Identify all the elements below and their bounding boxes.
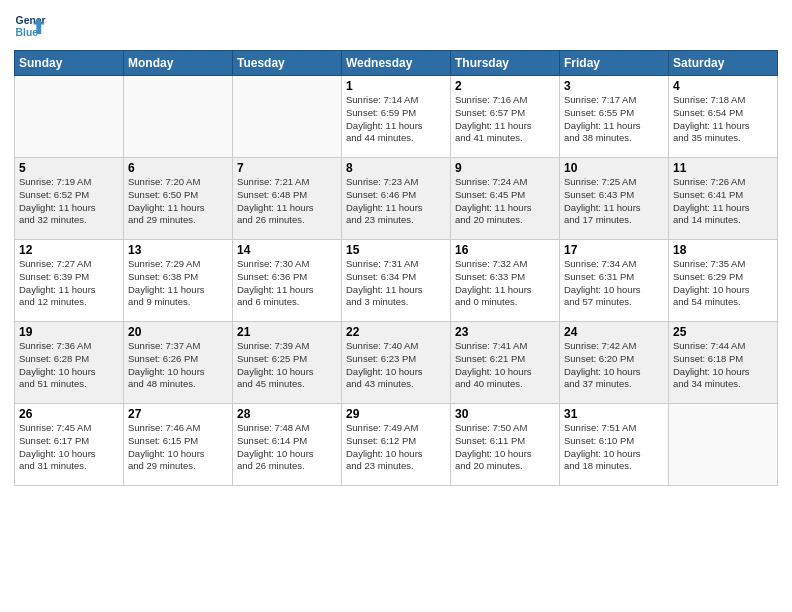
day-number: 27 <box>128 407 228 421</box>
calendar-cell: 10Sunrise: 7:25 AM Sunset: 6:43 PM Dayli… <box>560 158 669 240</box>
day-info: Sunrise: 7:40 AM Sunset: 6:23 PM Dayligh… <box>346 340 446 391</box>
calendar-cell <box>233 76 342 158</box>
logo-icon: General Blue <box>14 10 46 42</box>
day-info: Sunrise: 7:27 AM Sunset: 6:39 PM Dayligh… <box>19 258 119 309</box>
calendar-cell: 24Sunrise: 7:42 AM Sunset: 6:20 PM Dayli… <box>560 322 669 404</box>
day-info: Sunrise: 7:44 AM Sunset: 6:18 PM Dayligh… <box>673 340 773 391</box>
day-info: Sunrise: 7:16 AM Sunset: 6:57 PM Dayligh… <box>455 94 555 145</box>
calendar-cell: 7Sunrise: 7:21 AM Sunset: 6:48 PM Daylig… <box>233 158 342 240</box>
day-info: Sunrise: 7:37 AM Sunset: 6:26 PM Dayligh… <box>128 340 228 391</box>
calendar-cell: 2Sunrise: 7:16 AM Sunset: 6:57 PM Daylig… <box>451 76 560 158</box>
day-number: 17 <box>564 243 664 257</box>
calendar-cell: 6Sunrise: 7:20 AM Sunset: 6:50 PM Daylig… <box>124 158 233 240</box>
day-number: 20 <box>128 325 228 339</box>
day-info: Sunrise: 7:41 AM Sunset: 6:21 PM Dayligh… <box>455 340 555 391</box>
day-number: 25 <box>673 325 773 339</box>
day-number: 12 <box>19 243 119 257</box>
day-info: Sunrise: 7:50 AM Sunset: 6:11 PM Dayligh… <box>455 422 555 473</box>
week-row-3: 12Sunrise: 7:27 AM Sunset: 6:39 PM Dayli… <box>15 240 778 322</box>
weekday-header-monday: Monday <box>124 51 233 76</box>
weekday-header-wednesday: Wednesday <box>342 51 451 76</box>
day-number: 10 <box>564 161 664 175</box>
day-number: 28 <box>237 407 337 421</box>
calendar-cell: 9Sunrise: 7:24 AM Sunset: 6:45 PM Daylig… <box>451 158 560 240</box>
day-info: Sunrise: 7:17 AM Sunset: 6:55 PM Dayligh… <box>564 94 664 145</box>
weekday-header-sunday: Sunday <box>15 51 124 76</box>
calendar-cell: 22Sunrise: 7:40 AM Sunset: 6:23 PM Dayli… <box>342 322 451 404</box>
day-info: Sunrise: 7:25 AM Sunset: 6:43 PM Dayligh… <box>564 176 664 227</box>
calendar-cell <box>15 76 124 158</box>
day-info: Sunrise: 7:49 AM Sunset: 6:12 PM Dayligh… <box>346 422 446 473</box>
calendar-cell <box>669 404 778 486</box>
day-number: 22 <box>346 325 446 339</box>
week-row-2: 5Sunrise: 7:19 AM Sunset: 6:52 PM Daylig… <box>15 158 778 240</box>
day-info: Sunrise: 7:14 AM Sunset: 6:59 PM Dayligh… <box>346 94 446 145</box>
day-info: Sunrise: 7:39 AM Sunset: 6:25 PM Dayligh… <box>237 340 337 391</box>
day-number: 24 <box>564 325 664 339</box>
calendar-cell <box>124 76 233 158</box>
day-number: 26 <box>19 407 119 421</box>
day-number: 14 <box>237 243 337 257</box>
calendar-cell: 3Sunrise: 7:17 AM Sunset: 6:55 PM Daylig… <box>560 76 669 158</box>
calendar-cell: 16Sunrise: 7:32 AM Sunset: 6:33 PM Dayli… <box>451 240 560 322</box>
calendar-cell: 17Sunrise: 7:34 AM Sunset: 6:31 PM Dayli… <box>560 240 669 322</box>
day-number: 1 <box>346 79 446 93</box>
day-info: Sunrise: 7:29 AM Sunset: 6:38 PM Dayligh… <box>128 258 228 309</box>
weekday-header-friday: Friday <box>560 51 669 76</box>
day-number: 21 <box>237 325 337 339</box>
day-info: Sunrise: 7:26 AM Sunset: 6:41 PM Dayligh… <box>673 176 773 227</box>
calendar-cell: 8Sunrise: 7:23 AM Sunset: 6:46 PM Daylig… <box>342 158 451 240</box>
calendar-cell: 18Sunrise: 7:35 AM Sunset: 6:29 PM Dayli… <box>669 240 778 322</box>
day-number: 11 <box>673 161 773 175</box>
day-number: 29 <box>346 407 446 421</box>
weekday-header-row: SundayMondayTuesdayWednesdayThursdayFrid… <box>15 51 778 76</box>
week-row-5: 26Sunrise: 7:45 AM Sunset: 6:17 PM Dayli… <box>15 404 778 486</box>
logo: General Blue <box>14 10 46 42</box>
day-info: Sunrise: 7:51 AM Sunset: 6:10 PM Dayligh… <box>564 422 664 473</box>
day-number: 13 <box>128 243 228 257</box>
day-info: Sunrise: 7:23 AM Sunset: 6:46 PM Dayligh… <box>346 176 446 227</box>
day-info: Sunrise: 7:42 AM Sunset: 6:20 PM Dayligh… <box>564 340 664 391</box>
day-info: Sunrise: 7:21 AM Sunset: 6:48 PM Dayligh… <box>237 176 337 227</box>
svg-text:General: General <box>16 15 46 26</box>
day-number: 4 <box>673 79 773 93</box>
weekday-header-tuesday: Tuesday <box>233 51 342 76</box>
calendar-cell: 25Sunrise: 7:44 AM Sunset: 6:18 PM Dayli… <box>669 322 778 404</box>
calendar-cell: 13Sunrise: 7:29 AM Sunset: 6:38 PM Dayli… <box>124 240 233 322</box>
week-row-1: 1Sunrise: 7:14 AM Sunset: 6:59 PM Daylig… <box>15 76 778 158</box>
day-number: 19 <box>19 325 119 339</box>
day-number: 31 <box>564 407 664 421</box>
calendar-cell: 11Sunrise: 7:26 AM Sunset: 6:41 PM Dayli… <box>669 158 778 240</box>
calendar-cell: 15Sunrise: 7:31 AM Sunset: 6:34 PM Dayli… <box>342 240 451 322</box>
calendar-cell: 4Sunrise: 7:18 AM Sunset: 6:54 PM Daylig… <box>669 76 778 158</box>
day-number: 6 <box>128 161 228 175</box>
calendar-cell: 27Sunrise: 7:46 AM Sunset: 6:15 PM Dayli… <box>124 404 233 486</box>
calendar-cell: 14Sunrise: 7:30 AM Sunset: 6:36 PM Dayli… <box>233 240 342 322</box>
day-info: Sunrise: 7:48 AM Sunset: 6:14 PM Dayligh… <box>237 422 337 473</box>
day-number: 18 <box>673 243 773 257</box>
day-number: 9 <box>455 161 555 175</box>
week-row-4: 19Sunrise: 7:36 AM Sunset: 6:28 PM Dayli… <box>15 322 778 404</box>
weekday-header-thursday: Thursday <box>451 51 560 76</box>
weekday-header-saturday: Saturday <box>669 51 778 76</box>
day-info: Sunrise: 7:18 AM Sunset: 6:54 PM Dayligh… <box>673 94 773 145</box>
day-number: 15 <box>346 243 446 257</box>
day-number: 7 <box>237 161 337 175</box>
calendar-cell: 29Sunrise: 7:49 AM Sunset: 6:12 PM Dayli… <box>342 404 451 486</box>
calendar-cell: 12Sunrise: 7:27 AM Sunset: 6:39 PM Dayli… <box>15 240 124 322</box>
calendar-table: SundayMondayTuesdayWednesdayThursdayFrid… <box>14 50 778 486</box>
calendar-cell: 20Sunrise: 7:37 AM Sunset: 6:26 PM Dayli… <box>124 322 233 404</box>
day-number: 5 <box>19 161 119 175</box>
day-info: Sunrise: 7:35 AM Sunset: 6:29 PM Dayligh… <box>673 258 773 309</box>
day-info: Sunrise: 7:32 AM Sunset: 6:33 PM Dayligh… <box>455 258 555 309</box>
day-info: Sunrise: 7:31 AM Sunset: 6:34 PM Dayligh… <box>346 258 446 309</box>
day-info: Sunrise: 7:45 AM Sunset: 6:17 PM Dayligh… <box>19 422 119 473</box>
calendar-cell: 28Sunrise: 7:48 AM Sunset: 6:14 PM Dayli… <box>233 404 342 486</box>
day-number: 8 <box>346 161 446 175</box>
calendar-cell: 5Sunrise: 7:19 AM Sunset: 6:52 PM Daylig… <box>15 158 124 240</box>
calendar-cell: 1Sunrise: 7:14 AM Sunset: 6:59 PM Daylig… <box>342 76 451 158</box>
day-info: Sunrise: 7:19 AM Sunset: 6:52 PM Dayligh… <box>19 176 119 227</box>
calendar-cell: 30Sunrise: 7:50 AM Sunset: 6:11 PM Dayli… <box>451 404 560 486</box>
day-number: 30 <box>455 407 555 421</box>
calendar-cell: 23Sunrise: 7:41 AM Sunset: 6:21 PM Dayli… <box>451 322 560 404</box>
